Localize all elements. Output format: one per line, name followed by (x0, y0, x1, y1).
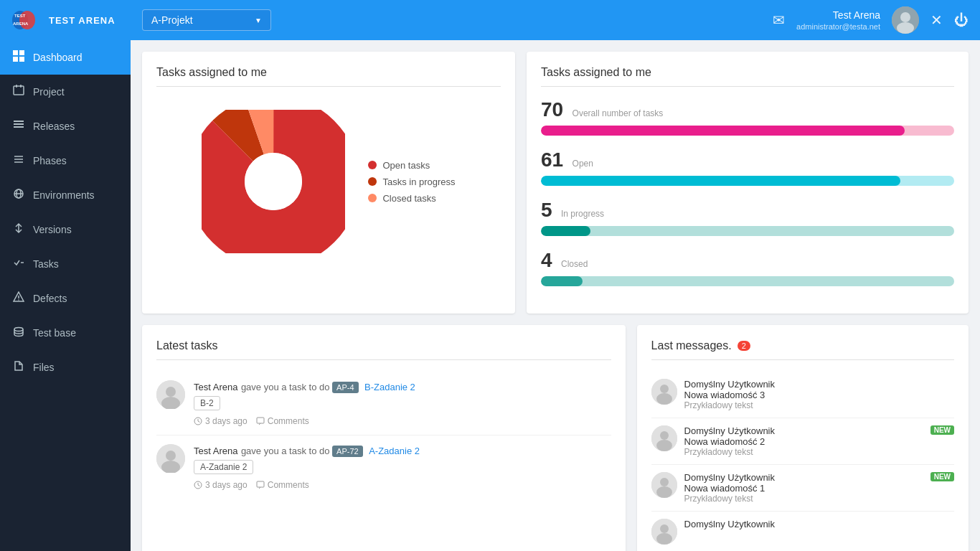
task-comments-0[interactable]: Comments (256, 416, 309, 426)
msg-title-0: Nowa wiadomość 3 (684, 390, 954, 400)
new-badge-1: NEW (930, 425, 954, 435)
task-content-1: Test Arena gave you a task to do AP-72 A… (194, 444, 611, 490)
phases-icon (11, 154, 26, 168)
task-link-1[interactable]: A-Zadanie 2 (369, 446, 420, 456)
svg-point-26 (14, 328, 23, 331)
tasks-card-title: Latest tasks (156, 339, 611, 360)
sidebar-item-label: Dashboard (33, 52, 83, 63)
msg-content-3: Domyślny Użytkownik (684, 519, 954, 545)
legend-item-open: Open tasks (368, 160, 455, 171)
stat-open-number: 61 (541, 149, 563, 171)
clock-icon (194, 417, 202, 425)
chart-card-title: Tasks assigned to me (156, 66, 501, 87)
svg-point-54 (660, 478, 669, 486)
sidebar-item-versions[interactable]: Versions (0, 212, 131, 247)
svg-rect-16 (14, 121, 24, 122)
stat-inprogress-label: In progress (561, 209, 604, 219)
releases-icon (11, 119, 26, 133)
svg-point-51 (660, 431, 669, 440)
pie-chart: 87.1% (202, 110, 345, 253)
msg-avatar-0 (651, 379, 677, 405)
stats-card: Tasks assigned to me 70 Overall number o… (527, 52, 969, 314)
legend-item-inprogress: Tasks in progress (368, 176, 455, 187)
svg-rect-14 (14, 126, 24, 128)
sidebar-item-phases[interactable]: Phases (0, 143, 131, 178)
project-select[interactable]: A-Projekt ▼ (142, 9, 271, 31)
sidebar-item-defects[interactable]: Defects (0, 281, 131, 316)
new-badge-2: NEW (930, 472, 954, 481)
sidebar-item-files[interactable]: Files (0, 350, 131, 385)
msg-content-1: Domyślny Użytkownik NEW Nowa wiadomość 2… (684, 425, 954, 457)
sidebar-item-label: Releases (33, 121, 75, 132)
task-content-0: Test Arena gave you a task to do AP-4 B-… (194, 380, 611, 426)
chart-legend: Open tasks Tasks in progress Closed task… (368, 160, 455, 204)
legend-label-closed: Closed tasks (382, 193, 435, 204)
stat-total-label: Overall number of tasks (573, 108, 664, 118)
legend-label-inprogress: Tasks in progress (382, 176, 455, 187)
svg-rect-37 (257, 418, 264, 423)
mail-icon[interactable]: ✉ (773, 11, 785, 29)
list-item[interactable]: Domyślny Użytkownik NEW Nowa wiadomość 2… (651, 418, 954, 465)
stat-inprogress-bar-bg (541, 226, 954, 236)
svg-rect-8 (19, 50, 24, 55)
sidebar-item-label: Project (33, 86, 65, 98)
svg-point-58 (656, 533, 672, 545)
sidebar-item-tasks[interactable]: Tasks (0, 247, 131, 281)
testbase-icon (11, 326, 26, 340)
task-link-0[interactable]: B-Zadanie 2 (364, 382, 415, 392)
avatar[interactable] (892, 6, 919, 34)
svg-point-40 (166, 451, 176, 461)
list-item[interactable]: Domyślny Użytkownik NEW Nowa wiadomość 1… (651, 465, 954, 512)
settings-icon[interactable]: ✕ (930, 11, 943, 29)
svg-point-57 (660, 524, 669, 533)
task-time-0: 3 days ago (194, 416, 248, 426)
sidebar-item-releases[interactable]: Releases (0, 109, 131, 143)
svg-rect-9 (13, 57, 18, 62)
messages-card: Last messages. 2 Domyślny Użytkownik Now… (637, 325, 969, 551)
pie-container: 87.1% Open tasks Tasks in progress (156, 98, 501, 265)
sidebar-item-dashboard[interactable]: Dashboard (0, 40, 131, 75)
user-info: Test Arena administrator@testa.net (796, 9, 880, 32)
svg-point-48 (660, 385, 669, 393)
list-item[interactable]: Domyślny Użytkownik Nowa wiadomość 3 Prz… (651, 372, 954, 418)
task-time-1: 3 days ago (194, 480, 248, 490)
svg-rect-45 (257, 481, 264, 487)
pie-percentage: 87.1% (260, 176, 287, 187)
topbar-right: ✉ Test Arena administrator@testa.net ✕ ⏻ (773, 6, 969, 34)
files-icon (11, 360, 26, 375)
sidebar-item-environments[interactable]: Environments (0, 178, 131, 212)
sidebar-item-label: Test base (33, 327, 76, 339)
task-who-0: Test Arena gave you a task to do AP-4 B-… (194, 380, 611, 393)
project-name: A-Projekt (151, 14, 193, 26)
sidebar-item-project[interactable]: Project (0, 75, 131, 109)
power-icon[interactable]: ⏻ (954, 12, 969, 29)
list-item[interactable]: Domyślny Użytkownik (651, 512, 954, 551)
msg-avatar-3 (651, 519, 677, 545)
sidebar-item-label: Environments (33, 189, 95, 201)
comment-icon (256, 417, 265, 425)
svg-rect-7 (13, 50, 18, 55)
msg-content-2: Domyślny Użytkownik NEW Nowa wiadomość 1… (684, 472, 954, 504)
stats-card-title: Tasks assigned to me (541, 66, 954, 87)
svg-point-25 (18, 299, 19, 301)
sidebar-item-testbase[interactable]: Test base (0, 316, 131, 350)
svg-rect-15 (14, 123, 24, 125)
stat-total: 70 Overall number of tasks (541, 98, 954, 136)
sidebar-item-label: Phases (33, 155, 67, 166)
tasks-icon (11, 257, 26, 271)
stat-open: 61 Open (541, 149, 954, 186)
task-comments-1[interactable]: Comments (256, 480, 309, 490)
environments-icon (11, 188, 26, 202)
svg-rect-11 (14, 86, 24, 95)
svg-line-36 (198, 421, 200, 423)
legend-label-open: Open tasks (382, 160, 430, 171)
msg-title-2: Nowa wiadomość 1 (684, 483, 954, 494)
table-row: Test Arena gave you a task to do AP-4 B-… (156, 372, 611, 435)
defects-icon (11, 291, 26, 306)
svg-point-49 (656, 393, 672, 405)
sidebar-item-label: Versions (33, 224, 72, 235)
task-action-0: gave you a task to do (241, 382, 332, 392)
versions-icon (11, 222, 26, 237)
svg-rect-12 (16, 85, 17, 88)
logo-icon: TEST ARENA (11, 6, 43, 34)
